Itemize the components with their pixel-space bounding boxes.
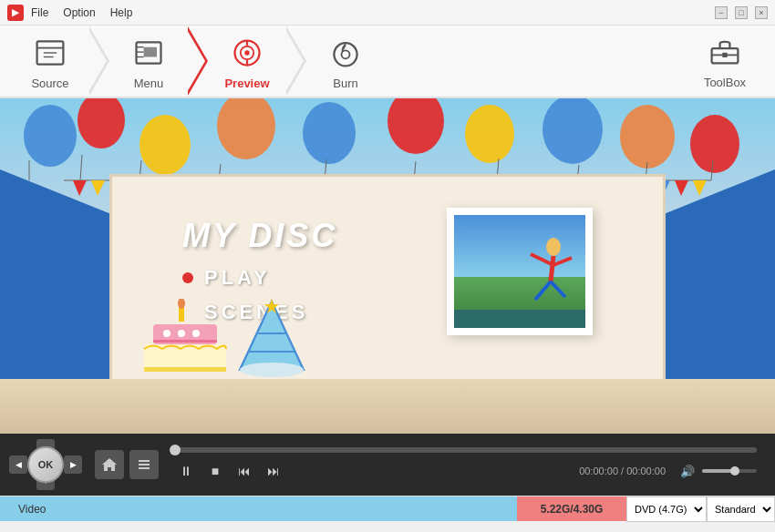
- svg-line-65: [551, 256, 553, 281]
- svg-marker-85: [102, 458, 117, 471]
- dvd-menu-play[interactable]: PLAY: [182, 266, 337, 290]
- playback-controls: ⏸ ■ ⏮ ⏭ 00:00:00 / 00:00:00 🔊: [175, 460, 757, 482]
- dvd-scene: MY DISC PLAY SCENES: [0, 98, 775, 434]
- arrow-2: [188, 26, 208, 96]
- balloon-4: [217, 98, 275, 159]
- toolbar-item-burn[interactable]: Burn: [305, 29, 387, 93]
- balloon-10: [690, 115, 739, 173]
- toolbar-item-preview[interactable]: Preview: [206, 29, 288, 93]
- menu-play-label: PLAY: [204, 266, 271, 290]
- quality-select[interactable]: Standard High Low: [707, 496, 775, 522]
- svg-marker-29: [73, 180, 87, 196]
- extra-controls: [95, 450, 159, 479]
- svg-line-69: [553, 258, 572, 265]
- balloon-9: [620, 105, 675, 169]
- volume-icon: 🔊: [680, 465, 695, 478]
- status-video-label: Video: [18, 503, 46, 516]
- cake-svg: [135, 299, 235, 381]
- status-bar: Video 5.22G/4.30G DVD (4.7G) DVD (8.5G) …: [0, 496, 775, 521]
- controls-bar: ▲ ◀ OK ▶ ▼ ⏸ ■ ⏮ ⏭: [0, 434, 775, 496]
- app-logo: ▶: [7, 5, 24, 21]
- playback-section: ⏸ ■ ⏮ ⏭ 00:00:00 / 00:00:00 🔊: [166, 447, 766, 482]
- status-dvd-section: DVD (4.7G) DVD (8.5G) BD-25G Standard Hi…: [626, 496, 775, 521]
- window-controls: − □ ×: [715, 6, 768, 19]
- burn-label: Burn: [333, 77, 357, 90]
- close-button[interactable]: ×: [755, 6, 768, 19]
- svg-rect-18: [722, 52, 727, 56]
- list-button[interactable]: [129, 450, 159, 479]
- menu-file[interactable]: File: [31, 6, 48, 19]
- photo-frame: [447, 208, 593, 335]
- svg-line-68: [531, 254, 553, 265]
- nav-cluster: ▲ ◀ OK ▶ ▼: [9, 439, 82, 490]
- svg-rect-73: [153, 340, 217, 343]
- floor: [0, 379, 775, 434]
- balloon-1: [24, 105, 77, 167]
- svg-marker-30: [91, 180, 105, 196]
- svg-point-11: [244, 50, 249, 55]
- nav-right-button[interactable]: ▶: [64, 455, 82, 474]
- home-button[interactable]: [95, 450, 124, 479]
- prev-button[interactable]: ⏮: [233, 460, 255, 482]
- balloon-6: [388, 98, 444, 154]
- ok-button[interactable]: OK: [27, 446, 64, 483]
- svg-point-76: [192, 330, 200, 337]
- stop-button[interactable]: ■: [204, 460, 226, 482]
- toolbar-item-toolbox[interactable]: ToolBox: [684, 29, 766, 93]
- svg-line-66: [535, 281, 551, 300]
- volume-bar[interactable]: [702, 469, 757, 473]
- title-bar: ▶ File Option Help − □ ×: [0, 0, 775, 26]
- balloon-5: [303, 102, 356, 164]
- toolbar: Source Menu: [0, 26, 775, 98]
- svg-marker-62: [675, 180, 688, 196]
- svg-point-74: [163, 330, 170, 337]
- source-icon: [30, 33, 70, 73]
- balloon-8: [542, 98, 603, 164]
- svg-line-67: [551, 281, 565, 297]
- balloon-2: [78, 98, 125, 148]
- menu-icon: [129, 33, 169, 73]
- arrow-1: [89, 26, 109, 96]
- toolbar-nav: Source Menu: [9, 26, 387, 97]
- preview-area: MY DISC PLAY SCENES: [0, 98, 775, 434]
- toolbox-label: ToolBox: [704, 76, 746, 89]
- source-label: Source: [31, 77, 68, 90]
- photo-image: [454, 215, 585, 328]
- dvd-type-select[interactable]: DVD (4.7G) DVD (8.5G) BD-25G: [626, 496, 707, 522]
- person-svg: [512, 220, 576, 315]
- burn-icon: [326, 33, 366, 73]
- status-video-section: Video: [0, 496, 517, 521]
- nav-left-button[interactable]: ◀: [9, 455, 27, 474]
- volume-thumb: [730, 466, 739, 476]
- svg-marker-63: [693, 180, 707, 196]
- preview-icon: [227, 33, 267, 73]
- toolbar-item-menu[interactable]: Menu: [108, 29, 190, 93]
- balloon-7: [465, 105, 514, 163]
- svg-point-75: [178, 330, 185, 337]
- next-button[interactable]: ⏭: [263, 460, 284, 482]
- toolbox-icon: [708, 34, 741, 72]
- toolbar-item-source[interactable]: Source: [9, 29, 91, 93]
- svg-marker-79: [240, 302, 304, 370]
- menu-label: Menu: [134, 77, 164, 90]
- progress-thumb: [170, 445, 181, 455]
- maximize-button[interactable]: □: [735, 6, 748, 19]
- hat-svg: [235, 297, 308, 379]
- menu-help[interactable]: Help: [110, 6, 133, 19]
- progress-bar[interactable]: [175, 447, 757, 453]
- title-bar-menu: File Option Help: [31, 6, 132, 19]
- svg-rect-5: [144, 46, 157, 56]
- menu-dot-play: [182, 272, 193, 283]
- menu-option[interactable]: Option: [63, 6, 95, 19]
- balloon-3: [140, 115, 191, 175]
- dvd-title: MY DISC: [182, 217, 337, 255]
- svg-point-83: [240, 363, 304, 377]
- time-display: 00:00:00 / 00:00:00: [579, 466, 666, 476]
- minimize-button[interactable]: −: [715, 6, 728, 19]
- preview-label: Preview: [224, 77, 269, 90]
- status-size-label: 5.22G/4.30G: [541, 503, 604, 516]
- status-size-section: 5.22G/4.30G: [517, 496, 626, 521]
- pause-button[interactable]: ⏸: [175, 460, 197, 482]
- arrow-3: [286, 26, 306, 96]
- svg-rect-78: [144, 367, 226, 372]
